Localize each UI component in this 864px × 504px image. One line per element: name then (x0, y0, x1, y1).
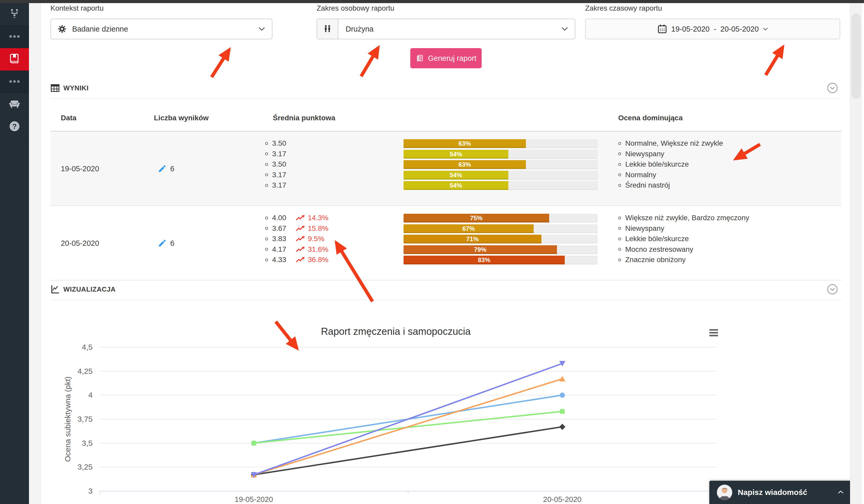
bar-track: 54% (404, 171, 598, 180)
score-value: 3.50 (272, 160, 292, 168)
score-line: 3.17 (265, 149, 292, 159)
bullet-icon (265, 152, 268, 155)
visualization-divider (50, 300, 841, 300)
bar-fill: 83% (404, 256, 565, 264)
chat-label: Napisz wiadomość (738, 488, 807, 497)
dominant-text: Średni nastrój (625, 181, 670, 189)
row-count: 6 (158, 206, 175, 280)
context-select[interactable]: Badanie dzienne (50, 19, 272, 39)
percent-bars: 75%67%71%79%83% (404, 214, 598, 266)
bar-percent-label: 54% (404, 171, 508, 180)
chart-menu-icon[interactable] (709, 329, 718, 336)
generate-report-button[interactable]: Generuj raport (410, 48, 482, 68)
sidebar-item-structure[interactable] (0, 3, 29, 26)
bar-fill: 63% (404, 160, 526, 169)
score-list: 3.503.173.503.173.17 (265, 138, 292, 191)
chart-marker-square (251, 441, 256, 445)
trend-percent: 9.5% (308, 235, 324, 243)
score-line: 3.17 (265, 170, 292, 180)
results-collapse-button[interactable] (827, 82, 838, 94)
dominant-text: Lekkie bóle/skurcze (625, 160, 689, 168)
gear-icon (58, 25, 67, 33)
top-bar (0, 0, 864, 3)
bar-percent-label: 54% (404, 150, 508, 159)
column-header-data: Data (61, 114, 76, 122)
dominant-text: Niewyspany (625, 150, 664, 158)
row-count-value: 6 (170, 165, 175, 173)
bullet-icon (265, 142, 268, 145)
book-icon (9, 53, 20, 65)
chevron-down-icon (561, 27, 568, 31)
dominant-item: Mocno zestresowany (618, 244, 749, 255)
visualization-section-header: WIZUALIZACJA (50, 285, 116, 294)
bar-fill: 79% (404, 245, 557, 254)
dominant-list: Normalne, Większe niż zwykleNiewyspanyLe… (618, 138, 723, 191)
dominant-item: Większe niż zwykle, Bardzo zmęczony (618, 213, 749, 223)
bar-fill: 54% (404, 171, 508, 180)
bar-track: 54% (404, 150, 598, 159)
bar-percent-label: 63% (404, 139, 526, 148)
column-header-count: Liczba wyników (154, 114, 209, 122)
bar-track: 67% (404, 224, 598, 233)
bar-percent-label: 54% (404, 181, 508, 190)
score-line: 3.50 (265, 138, 292, 149)
bullet-icon (618, 248, 621, 251)
chart-marker-diamond (559, 424, 565, 430)
results-section-header: WYNIKI (50, 83, 88, 93)
trend-up-icon (292, 246, 305, 253)
context-label: Kontekst raportu (50, 4, 104, 12)
personal-select[interactable]: Drużyna (316, 19, 575, 39)
date-from: 19-05-2020 (671, 25, 710, 33)
x-tick-label: 20-05-2020 (543, 495, 581, 503)
table-row: 20-05-202064.0014.3%3.6715.8%3.839.5%4.1… (50, 206, 841, 280)
sidebar: ? (0, 3, 29, 504)
edit-pencil-icon[interactable] (158, 239, 167, 248)
bar-fill: 63% (404, 139, 526, 148)
visualization-collapse-button[interactable] (827, 284, 838, 295)
bullet-icon (618, 163, 621, 166)
percent-bars: 63%54%63%54%54% (404, 139, 598, 192)
personal-label: Zakres osobowy raportu (316, 4, 394, 12)
trend-up-icon (292, 236, 305, 242)
row-count: 6 (158, 131, 175, 206)
people-icon (317, 19, 338, 39)
score-value: 3.17 (272, 150, 292, 158)
trend-up-icon (292, 215, 305, 221)
sidebar-item-lounge[interactable] (0, 93, 29, 116)
score-value: 3.17 (272, 171, 292, 179)
sidebar-item-more-1[interactable] (0, 26, 29, 48)
bullet-icon (265, 248, 268, 251)
bullet-icon (618, 217, 621, 219)
chat-widget[interactable]: Napisz wiadomość (709, 481, 851, 504)
bar-percent-label: 79% (404, 245, 557, 254)
date-range-picker[interactable]: 19-05-2020 - 20-05-2020 (585, 19, 840, 39)
dominant-list: Większe niż zwykle, Bardzo zmęczonyNiewy… (618, 213, 749, 265)
bullet-icon (618, 142, 621, 145)
fatigue-chart: 33,253,53,7544,254,519-05-202020-05-2020… (47, 302, 745, 504)
bullet-icon (265, 238, 268, 240)
dominant-item: Normalny (618, 170, 723, 180)
personal-select-value: Drużyna (346, 25, 373, 33)
row-date: 20-05-2020 (61, 206, 99, 280)
sidebar-item-help[interactable]: ? (0, 116, 29, 138)
page-scrollbar[interactable] (850, 3, 862, 504)
score-value: 3.50 (272, 139, 292, 147)
bar-fill: 71% (404, 235, 541, 243)
edit-pencil-icon[interactable] (158, 164, 167, 173)
svg-text:?: ? (12, 122, 17, 130)
scrollbar-thumb[interactable] (851, 13, 861, 99)
results-section-title: WYNIKI (63, 84, 88, 92)
bar-track: 79% (404, 245, 598, 254)
score-value: 4.17 (272, 245, 292, 254)
dominant-item: Znacznie obniżony (618, 255, 749, 265)
avatar (717, 484, 733, 500)
column-header-average: Średnia punktowa (273, 114, 335, 122)
score-value: 3.17 (272, 181, 292, 189)
sidebar-item-more-2[interactable] (0, 71, 29, 93)
dominant-text: Normalne, Większe niż zwykle (625, 139, 723, 147)
dominant-item: Średni nastrój (618, 180, 723, 191)
bullet-icon (265, 173, 268, 176)
dominant-text: Lekkie bóle/skurcze (625, 235, 689, 243)
context-select-value: Badanie dzienne (72, 25, 128, 33)
sidebar-item-reports[interactable] (0, 48, 29, 71)
